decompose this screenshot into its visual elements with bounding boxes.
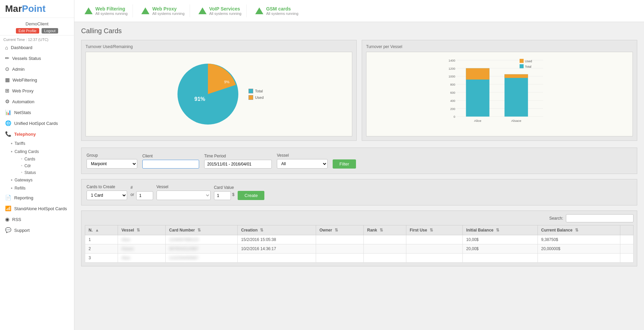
cell-cardno-2: 9876543210987 — [166, 244, 238, 254]
cell-owner-3 — [316, 254, 364, 263]
status-text-web-filtering: Web Filtering All systems running — [95, 6, 127, 16]
table-header-row: N. ▲ Vessel ⇅ Card Number ⇅ Creation ⇅ O… — [85, 225, 634, 235]
cell-initbal-1: 10,00$ — [463, 235, 538, 244]
sidebar-item-telephony[interactable]: 📞 Telephony — [0, 129, 74, 139]
sidebar-item-vessels-status[interactable]: ✏ Vessels Status — [0, 53, 74, 64]
cell-rank-3 — [363, 254, 406, 263]
sidebar-item-calling-cards[interactable]: Calling Cards — [7, 148, 74, 156]
status-sub-gsm: All systems running — [266, 12, 298, 16]
reporting-icon: 📄 — [5, 195, 11, 201]
logo: MarPoint — [5, 3, 69, 14]
table-header: N. ▲ Vessel ⇅ Card Number ⇅ Creation ⇅ O… — [85, 225, 634, 235]
create-cards-select[interactable]: 1 Card — [87, 191, 127, 200]
sidebar-item-standalone-hotspot[interactable]: 📶 StandAlone HotSpot Cards — [0, 203, 74, 214]
pie-legend: Total Used — [248, 89, 264, 100]
th-owner[interactable]: Owner ⇅ — [316, 225, 364, 235]
sidebar-item-tariffs[interactable]: Tariffs — [7, 139, 74, 148]
pie-legend-used-color — [248, 95, 253, 100]
th-vessel[interactable]: Vessel ⇅ — [118, 225, 166, 235]
cell-creation-3 — [238, 254, 316, 263]
status-title-gsm: GSM cards — [266, 6, 298, 12]
cell-n-2: 2 — [85, 244, 118, 254]
filter-group-select[interactable]: Marpoint — [87, 159, 137, 169]
sidebar-item-dashboard[interactable]: ⌂ Dashboard — [0, 42, 74, 53]
svg-text:400: 400 — [450, 99, 455, 103]
filter-time-input[interactable] — [204, 160, 272, 169]
sidebar-item-netstats[interactable]: 📊 NetStats — [0, 107, 74, 118]
create-section: Cards to Create 1 Card # or Vessel — [81, 179, 637, 205]
edit-profile-button[interactable]: Edit Profile — [16, 28, 39, 34]
sidebar-item-support[interactable]: 💬 Support — [0, 225, 74, 236]
th-first-use[interactable]: First Use ⇅ — [406, 225, 463, 235]
th-n[interactable]: N. ▲ — [85, 225, 118, 235]
tariffs-label: Tariffs — [15, 141, 25, 146]
create-value-input[interactable] — [214, 191, 231, 200]
create-vessel-label: Vessel — [157, 184, 211, 189]
sidebar-item-webfiltering[interactable]: ▦ WebFiltering — [0, 74, 74, 85]
pie-chart-svg: 91% 9% — [174, 60, 242, 128]
admin-icon: ⊙ — [5, 66, 9, 72]
bar-chart-title: Turnover per Vessel — [366, 44, 633, 49]
th-initial-balance[interactable]: Initial Balance ⇅ — [463, 225, 538, 235]
filter-button[interactable]: Filter — [333, 159, 356, 169]
svg-text:1200: 1200 — [449, 67, 455, 70]
create-button[interactable]: Create — [238, 191, 264, 200]
sidebar-item-rss[interactable]: ◉ RSS — [0, 214, 74, 225]
pie-container: 91% 9% Total Used — [174, 60, 264, 128]
table-row: 2 Alsace 9876543210987 10/2/2016 14:36:1… — [85, 244, 634, 254]
telephony-icon: 📞 — [5, 131, 11, 137]
filter-time-label: Time Period — [204, 154, 272, 158]
sidebar-item-cards[interactable]: Cards — [17, 156, 74, 162]
svg-text:Total: Total — [525, 65, 531, 68]
status-sub-web-proxy: All systems running — [152, 12, 184, 16]
filter-vessel-select[interactable]: All — [277, 159, 328, 169]
th-card-number[interactable]: Card Number ⇅ — [166, 225, 238, 235]
sidebar-item-refills[interactable]: Refills — [7, 184, 74, 192]
bar-chart-svg: 1400 1200 1000 800 600 400 200 0 — [370, 56, 629, 133]
table-search-input[interactable] — [566, 214, 634, 222]
sidebar-item-automation[interactable]: ⚙ Automation — [0, 96, 74, 107]
gateways-label: Gateways — [15, 178, 32, 182]
content-area: Calling Cards Turnover Used/Remaining — [74, 22, 644, 330]
th-creation[interactable]: Creation ⇅ — [238, 225, 316, 235]
sidebar-item-webproxy[interactable]: ⊞ Web Proxy — [0, 85, 74, 96]
sidebar-item-reporting[interactable]: 📄 Reporting — [0, 192, 74, 203]
hotspot-icon: 🌐 — [5, 120, 11, 126]
sidebar-item-unified-hotspot[interactable]: 🌐 Unified HotSpot Cards — [0, 118, 74, 129]
svg-text:800: 800 — [450, 83, 455, 86]
create-row: Cards to Create 1 Card # or Vessel — [87, 184, 632, 200]
cell-n-1: 1 — [85, 235, 118, 244]
cell-cardno-1: 1234567890123 — [166, 235, 238, 244]
svg-text:1000: 1000 — [449, 75, 455, 78]
refills-label: Refills — [15, 186, 26, 191]
create-vessel-select[interactable] — [157, 191, 211, 200]
filter-client-input[interactable] — [142, 160, 199, 169]
sidebar-item-automation-label: Automation — [12, 99, 34, 104]
sidebar-item-admin[interactable]: ⊙ Admin — [0, 64, 74, 74]
user-name: DemoClient — [0, 21, 74, 26]
sidebar-item-status[interactable]: Status — [17, 169, 74, 176]
sidebar-item-webproxy-label: Web Proxy — [12, 88, 33, 93]
create-number-input[interactable] — [136, 191, 153, 200]
logo-area: MarPoint — [0, 0, 74, 18]
logout-button[interactable]: Logout — [42, 28, 58, 34]
cell-creation-2: 10/2/2016 14:36:17 — [238, 244, 316, 254]
create-cards-label: Cards to Create — [87, 184, 127, 189]
pie-chart-title: Turnover Used/Remaining — [86, 44, 352, 49]
page-title: Calling Cards — [81, 27, 637, 35]
standalone-hotspot-icon: 📶 — [5, 205, 11, 212]
sidebar-item-cdr[interactable]: Cdr — [17, 162, 74, 169]
svg-text:Alice: Alice — [474, 119, 481, 123]
user-section: DemoClient Edit Profile Logout — [0, 18, 74, 36]
table-section: Search: N. ▲ Vessel ⇅ Card Number ⇅ Crea… — [81, 211, 637, 266]
sidebar-item-gateways[interactable]: Gateways — [7, 176, 74, 184]
th-current-balance[interactable]: Current Balance ⇅ — [538, 225, 620, 235]
status-triangle-web-filtering — [85, 7, 93, 14]
sidebar-item-vessels-label: Vessels Status — [12, 56, 41, 61]
sidebar-item-telephony-label: Telephony — [14, 132, 36, 137]
status-triangle-web-proxy — [141, 7, 149, 14]
th-rank[interactable]: Rank ⇅ — [363, 225, 406, 235]
logo-point: Point — [22, 3, 46, 14]
pie-legend-total-label: Total — [255, 89, 263, 93]
svg-text:200: 200 — [450, 107, 455, 111]
